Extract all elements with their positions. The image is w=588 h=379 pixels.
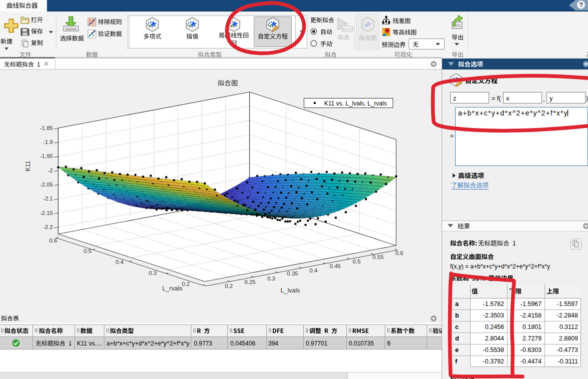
svg-text:0.1801: 0.1801 — [523, 324, 542, 330]
svg-text:0.5: 0.5 — [353, 258, 361, 264]
svg-text:f: f — [455, 358, 458, 365]
svg-text:a+b*x+c*y+d*x^2+e*y^2+f*x*y: a+b*x+c*y+d*x^2+e*y^2+f*x*y — [458, 109, 568, 117]
svg-text:-0.5538: -0.5538 — [483, 346, 504, 354]
svg-text:-2.05: -2.05 — [40, 182, 53, 188]
svg-text:e: e — [455, 346, 459, 354]
svg-text:-2.3503: -2.3503 — [483, 312, 504, 319]
svg-text:): ) — [586, 95, 588, 102]
svg-text:2.8044: 2.8044 — [485, 335, 504, 342]
svg-text:0.3: 0.3 — [267, 276, 275, 282]
svg-text:-2.1: -2.1 — [43, 196, 53, 202]
svg-text:x: x — [506, 95, 510, 102]
svg-text:c: c — [455, 324, 459, 330]
svg-text:0.3: 0.3 — [149, 270, 157, 276]
svg-text:0.045406: 0.045406 — [230, 340, 255, 347]
svg-text:L_rvals: L_rvals — [162, 285, 182, 292]
svg-text:a+b*x+c*y+d*x^2+e*y^2+f*x*y: a+b*x+c*y+d*x^2+e*y^2+f*x*y — [106, 340, 190, 347]
svg-text:-1.5782: -1.5782 — [483, 300, 504, 308]
svg-text:-2.4158: -2.4158 — [521, 312, 542, 319]
svg-text:-2.2: -2.2 — [43, 224, 53, 230]
svg-text:b: b — [455, 312, 459, 319]
svg-text:-0.3792: -0.3792 — [483, 358, 504, 365]
svg-text:-1.9: -1.9 — [43, 139, 53, 145]
svg-text:0.2: 0.2 — [225, 283, 233, 289]
svg-text:0.35: 0.35 — [287, 270, 298, 276]
svg-text:2.8809: 2.8809 — [559, 335, 578, 342]
svg-text:0.97701: 0.97701 — [306, 340, 328, 347]
svg-text:0.3112: 0.3112 — [560, 324, 578, 330]
svg-text:f(x,y) = a+b*x+c*y+d*x^2+e*y^2: f(x,y) = a+b*x+c*y+d*x^2+e*y^2+f*x*y — [450, 263, 550, 270]
svg-text:-0.6303: -0.6303 — [521, 346, 542, 354]
svg-text:394: 394 — [268, 340, 278, 347]
svg-text:2.7279: 2.7279 — [523, 335, 542, 342]
svg-text:0.010735: 0.010735 — [349, 340, 374, 347]
svg-text:L_lvals: L_lvals — [281, 287, 300, 294]
svg-text:0.6: 0.6 — [49, 238, 57, 244]
svg-text:-0.4474: -0.4474 — [521, 358, 542, 365]
svg-text:0.55: 0.55 — [373, 254, 384, 260]
svg-text:= f(: = f( — [492, 95, 501, 102]
svg-text:0.9773: 0.9773 — [194, 340, 212, 347]
svg-text:-2.2848: -2.2848 — [557, 312, 578, 319]
svg-text:Z: Z — [587, 50, 588, 58]
svg-text:?: ? — [579, 2, 583, 8]
svg-text:-2.15: -2.15 — [40, 210, 53, 216]
svg-text:0.2456: 0.2456 — [485, 324, 504, 330]
svg-text:K11: K11 — [24, 160, 31, 171]
svg-text:-0.3111: -0.3111 — [558, 358, 578, 365]
svg-text:d: d — [455, 335, 459, 342]
svg-text:0.4: 0.4 — [310, 268, 318, 274]
svg-text:K11 vs. L_lvals, L_rvals: K11 vs. L_lvals, L_rvals — [324, 100, 387, 107]
svg-text:-1.95: -1.95 — [40, 153, 53, 159]
svg-text:-2: -2 — [48, 168, 53, 174]
svg-text:AUTO: AUTO — [342, 27, 353, 32]
svg-text:a: a — [455, 300, 459, 308]
svg-text:0.6: 0.6 — [396, 250, 404, 256]
svg-text:0.5: 0.5 — [84, 248, 92, 254]
svg-text:0.2: 0.2 — [182, 281, 190, 287]
svg-text:0.4: 0.4 — [115, 259, 124, 265]
svg-text:-1.5597: -1.5597 — [557, 300, 578, 308]
svg-text:-1.85: -1.85 — [40, 125, 53, 131]
svg-text:K11 vs....: K11 vs.... — [77, 340, 101, 347]
svg-text:y: y — [550, 95, 553, 102]
svg-text:z: z — [453, 95, 456, 102]
svg-text:,: , — [543, 96, 545, 103]
svg-text:-1.5967: -1.5967 — [521, 300, 542, 308]
svg-text:-0.4773: -0.4773 — [557, 346, 578, 354]
svg-text:0.45: 0.45 — [330, 263, 341, 269]
svg-text:=: = — [450, 132, 454, 140]
svg-text:0.25: 0.25 — [244, 279, 255, 285]
svg-text:6: 6 — [387, 340, 391, 347]
